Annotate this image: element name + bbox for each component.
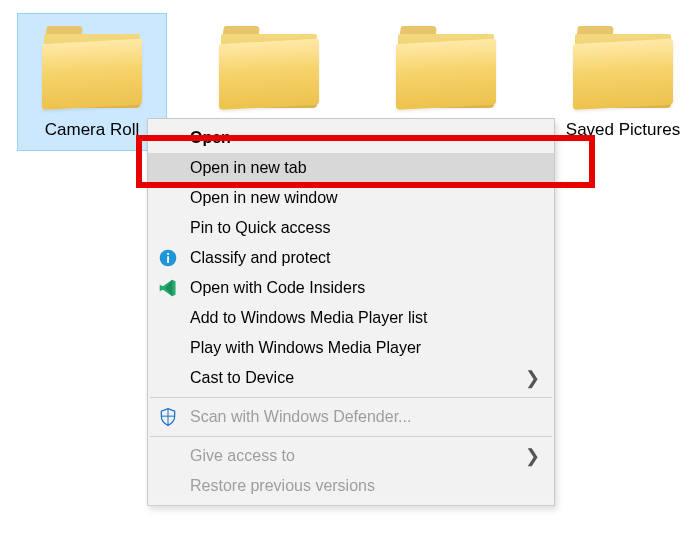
- svg-rect-1: [167, 256, 169, 263]
- folder-icon: [573, 20, 673, 110]
- menu-separator: [150, 397, 552, 398]
- context-menu: OpenOpen in new tabOpen in new windowPin…: [147, 118, 555, 506]
- vscode-insiders-icon: [156, 276, 180, 300]
- menu-item-label: Classify and protect: [190, 249, 540, 267]
- menu-item-label: Give access to: [190, 447, 513, 465]
- folder-label: Saved Pictures: [553, 120, 693, 140]
- menu-item[interactable]: Classify and protect: [148, 243, 554, 273]
- menu-item-label: Add to Windows Media Player list: [190, 309, 540, 327]
- menu-item-label: Open: [190, 129, 540, 147]
- blank-icon: [156, 126, 180, 150]
- blank-icon: [156, 336, 180, 360]
- blank-icon: [156, 306, 180, 330]
- menu-item[interactable]: Play with Windows Media Player: [148, 333, 554, 363]
- menu-item[interactable]: Pin to Quick access: [148, 213, 554, 243]
- svg-rect-2: [167, 253, 169, 255]
- menu-item[interactable]: Open in new tab: [148, 153, 554, 183]
- menu-item-label: Open in new tab: [190, 159, 540, 177]
- blank-icon: [156, 366, 180, 390]
- menu-item-label: Open in new window: [190, 189, 540, 207]
- menu-item[interactable]: Open: [148, 123, 554, 153]
- menu-item-label: Play with Windows Media Player: [190, 339, 540, 357]
- azure-info-icon: [156, 246, 180, 270]
- folder-item[interactable]: Saved Pictures: [549, 14, 697, 150]
- menu-item-label: Cast to Device: [190, 369, 513, 387]
- menu-item[interactable]: Open in new window: [148, 183, 554, 213]
- blank-icon: [156, 444, 180, 468]
- blank-icon: [156, 474, 180, 498]
- chevron-right-icon: ❯: [525, 367, 540, 389]
- folder-label: Camera Roll: [22, 120, 162, 140]
- menu-item: Restore previous versions: [148, 471, 554, 501]
- menu-separator: [150, 436, 552, 437]
- blank-icon: [156, 156, 180, 180]
- blank-icon: [156, 186, 180, 210]
- menu-item: Give access to❯: [148, 441, 554, 471]
- folder-item[interactable]: Camera Roll: [18, 14, 166, 150]
- menu-item[interactable]: Cast to Device❯: [148, 363, 554, 393]
- folder-icon: [219, 20, 319, 110]
- menu-item-label: Scan with Windows Defender...: [190, 408, 540, 426]
- desktop-area: Camera RollPhotoDirectorPodcastsSaved Pi…: [0, 0, 700, 559]
- menu-item-label: Open with Code Insiders: [190, 279, 540, 297]
- menu-item: Scan with Windows Defender...: [148, 402, 554, 432]
- defender-shield-icon: [156, 405, 180, 429]
- blank-icon: [156, 216, 180, 240]
- menu-item-label: Restore previous versions: [190, 477, 540, 495]
- folder-icon: [396, 20, 496, 110]
- folder-icon: [42, 20, 142, 110]
- menu-item[interactable]: Add to Windows Media Player list: [148, 303, 554, 333]
- chevron-right-icon: ❯: [525, 445, 540, 467]
- fade-overlay: [0, 499, 700, 559]
- menu-item-label: Pin to Quick access: [190, 219, 540, 237]
- menu-item[interactable]: Open with Code Insiders: [148, 273, 554, 303]
